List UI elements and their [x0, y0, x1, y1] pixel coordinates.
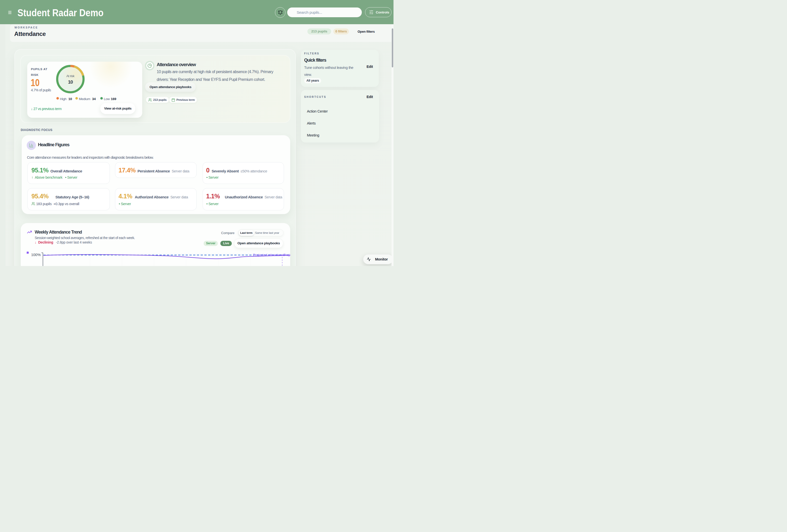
svg-text:100%: 100%: [31, 253, 41, 257]
svg-text:Projec: Projec: [283, 253, 290, 257]
svg-text:10: 10: [68, 79, 73, 85]
svg-text:At risk: At risk: [66, 74, 75, 78]
svg-text:Projected attendance: Projected attendance: [253, 253, 285, 257]
